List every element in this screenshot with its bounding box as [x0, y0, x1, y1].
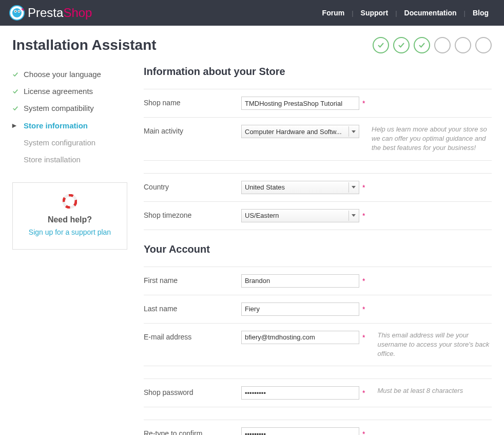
progress-step-4-pending — [434, 37, 451, 53]
email-label: E-mail address — [144, 331, 241, 341]
progress-step-1-done — [373, 37, 389, 53]
password-confirm-label: Re-type to confirm — [144, 427, 241, 435]
logo-text: PrestaShop — [28, 6, 92, 20]
section-store-info-title: Information about your Store — [144, 66, 492, 78]
step-label: Choose your language — [24, 70, 101, 79]
step-label: License agreements — [24, 87, 93, 96]
nav-support[interactable]: Support — [355, 9, 395, 17]
field-password-confirm: Re-type to confirm * — [144, 420, 492, 435]
nav-blog[interactable]: Blog — [467, 9, 495, 17]
field-first-name: First name * — [144, 267, 492, 295]
progress-step-3-done — [414, 37, 430, 53]
field-last-name: Last name * — [144, 295, 492, 324]
svg-point-7 — [64, 195, 76, 207]
chevron-down-icon — [348, 126, 358, 137]
logo: PrestaShop — [9, 5, 92, 21]
step-license-agreements[interactable]: License agreements — [12, 83, 127, 100]
chevron-down-icon — [348, 211, 358, 221]
required-marker: * — [362, 99, 365, 107]
progress-step-5-pending — [455, 37, 471, 53]
last-name-label: Last name — [144, 302, 241, 313]
password-help: Must be at least 8 characters — [377, 386, 463, 395]
field-main-activity: Main activity Computer Hardware and Soft… — [144, 118, 492, 161]
required-marker: * — [362, 277, 365, 285]
check-icon — [12, 88, 21, 94]
first-name-label: First name — [144, 274, 241, 285]
step-label: System compatibility — [24, 104, 94, 112]
required-marker: * — [362, 183, 365, 192]
timezone-select[interactable]: US/Eastern — [241, 209, 359, 222]
password-label: Shop password — [144, 386, 241, 396]
field-country: Country United States * — [144, 173, 492, 202]
check-icon — [12, 105, 21, 111]
step-system-configuration: System configuration — [12, 134, 127, 151]
country-value: United States — [245, 183, 348, 191]
required-marker: * — [362, 389, 365, 397]
main-activity-value: Computer Hardware and Softw... — [245, 128, 348, 136]
step-choose-language[interactable]: Choose your language — [12, 66, 127, 83]
chevron-right-icon: ▸ — [12, 121, 21, 130]
step-label: Store installation — [24, 155, 81, 164]
required-marker: * — [362, 305, 365, 313]
section-your-account-title: Your Account — [144, 243, 492, 255]
help-title: Need help? — [22, 215, 118, 224]
help-signup-link[interactable]: Sign up for a support plan — [29, 228, 111, 236]
country-select[interactable]: United States — [241, 181, 359, 194]
help-box: Need help? Sign up for a support plan — [12, 182, 127, 250]
sidebar: Choose your language License agreements … — [12, 66, 127, 435]
required-marker: * — [362, 212, 365, 220]
email-input[interactable] — [241, 331, 359, 344]
step-system-compatibility[interactable]: System compatibility — [12, 100, 127, 117]
required-marker: * — [362, 333, 365, 342]
field-password: Shop password * Must be at least 8 chara… — [144, 379, 492, 407]
check-icon — [12, 71, 21, 78]
timezone-value: US/Eastern — [245, 212, 348, 219]
progress-step-2-done — [393, 37, 410, 53]
timezone-label: Shop timezone — [144, 209, 241, 219]
nav-documentation[interactable]: Documentation — [398, 9, 463, 17]
first-name-input[interactable] — [241, 274, 359, 288]
top-navigation: Forum | Support | Documentation | Blog — [316, 9, 495, 17]
field-timezone: Shop timezone US/Eastern * — [144, 202, 492, 230]
shop-name-label: Shop name — [144, 97, 241, 107]
topbar: PrestaShop Forum | Support | Documentati… — [0, 0, 504, 26]
steps-list: Choose your language License agreements … — [12, 66, 127, 168]
field-email: E-mail address * This email address will… — [144, 324, 492, 367]
password-input[interactable] — [241, 386, 359, 400]
password-confirm-input[interactable] — [241, 427, 359, 435]
progress-step-6-pending — [475, 37, 492, 53]
lifering-icon — [63, 194, 77, 209]
required-marker: * — [362, 430, 365, 435]
main-form: Information about your Store Shop name *… — [144, 66, 492, 435]
field-shop-name: Shop name * — [144, 89, 492, 118]
main-activity-select[interactable]: Computer Hardware and Softw... — [241, 125, 359, 138]
last-name-input[interactable] — [241, 302, 359, 316]
chevron-down-icon — [348, 182, 358, 193]
step-store-information[interactable]: ▸ Store information — [12, 117, 127, 134]
svg-point-1 — [12, 8, 22, 17]
step-store-installation: Store installation — [12, 151, 127, 168]
prestashop-logo-icon — [9, 5, 25, 21]
step-label: System configuration — [24, 138, 95, 147]
main-activity-help: Help us learn more about your store so w… — [372, 125, 490, 153]
country-label: Country — [144, 181, 241, 191]
svg-point-5 — [18, 11, 20, 12]
email-help: This email address will be your username… — [377, 331, 492, 359]
progress-indicator — [373, 37, 492, 53]
nav-forum[interactable]: Forum — [316, 9, 351, 17]
main-activity-label: Main activity — [144, 125, 241, 135]
page-title: Installation Assistant — [12, 37, 157, 53]
shop-name-input[interactable] — [241, 97, 359, 110]
step-label: Store information — [24, 121, 88, 130]
svg-point-4 — [15, 11, 16, 12]
